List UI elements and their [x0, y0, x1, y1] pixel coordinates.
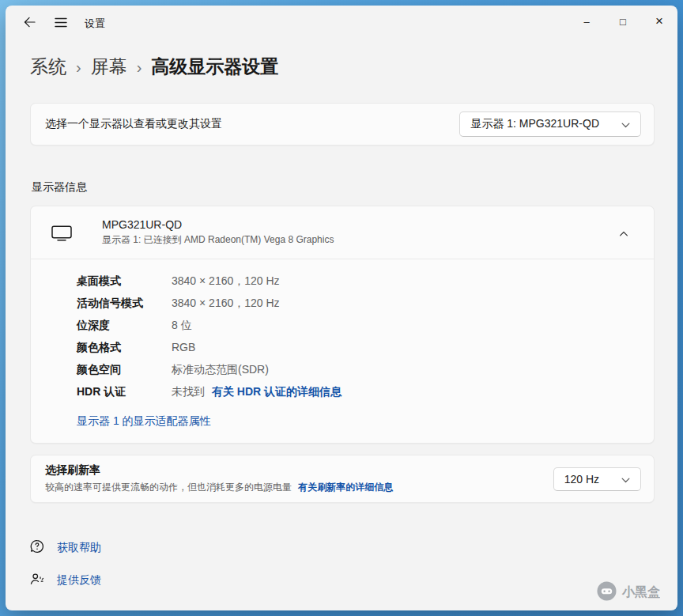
detail-value: 标准动态范围(SDR) [172, 363, 654, 377]
breadcrumb-system[interactable]: 系统 [30, 55, 66, 79]
gamepad-logo-icon [597, 581, 617, 604]
monitor-name: MPG321UR-QD [102, 218, 334, 231]
display-info-card: MPG321UR-QD 显示器 1: 已连接到 AMD Radeon(TM) V… [30, 206, 655, 444]
detail-row-color-space: 颜色空间 标准动态范围(SDR) [77, 359, 654, 381]
get-help-item[interactable]: 获取帮助 [30, 539, 101, 557]
detail-row-bit-depth: 位深度 8 位 [77, 315, 654, 337]
collapse-button[interactable] [609, 221, 638, 244]
get-help-link[interactable]: 获取帮助 [57, 541, 101, 555]
detail-label: 位深度 [77, 319, 172, 333]
refresh-rate-card: 选择刷新率 较高的速率可提供更流畅的动作，但也消耗更多的电源电量 有关刷新率的详… [30, 455, 655, 503]
detail-row-hdr: HDR 认证 未找到 有关 HDR 认证的详细信息 [77, 381, 654, 403]
monitor-select-card: 选择一个显示器以查看或更改其设置 显示器 1: MPG321UR-QD [30, 103, 655, 145]
close-button[interactable]: × [641, 6, 677, 37]
chevron-down-icon [621, 118, 630, 130]
feedback-link[interactable]: 提供反馈 [57, 573, 101, 588]
breadcrumb: 系统 › 屏幕 › 高级显示器设置 [30, 55, 655, 79]
refresh-rate-text: 选择刷新率 较高的速率可提供更流畅的动作，但也消耗更多的电源电量 有关刷新率的详… [45, 463, 393, 494]
display-info-header[interactable]: MPG321UR-QD 显示器 1: 已连接到 AMD Radeon(TM) V… [31, 206, 654, 259]
detail-label: 活动信号模式 [77, 297, 172, 311]
titlebar: 设置 – □ × [6, 6, 677, 42]
chevron-up-icon [619, 225, 628, 240]
refresh-rate-title: 选择刷新率 [45, 463, 393, 478]
display-info-section-title: 显示器信息 [32, 180, 655, 195]
hdr-status-text: 未找到 [172, 385, 205, 398]
settings-window: 设置 – □ × 系统 › 屏幕 › 高级显示器设置 选择一个显示器以查看或更改… [6, 6, 677, 610]
monitor-select-dropdown[interactable]: 显示器 1: MPG321UR-QD [459, 111, 641, 137]
back-button[interactable] [13, 9, 45, 38]
content-area: 系统 › 屏幕 › 高级显示器设置 选择一个显示器以查看或更改其设置 显示器 1… [6, 42, 677, 610]
refresh-rate-description: 较高的速率可提供更流畅的动作，但也消耗更多的电源电量 有关刷新率的详细信息 [45, 481, 393, 494]
detail-row-desktop-mode: 桌面模式 3840 × 2160，120 Hz [77, 270, 654, 293]
refresh-rate-info-link[interactable]: 有关刷新率的详细信息 [298, 482, 393, 493]
feedback-item[interactable]: 提供反馈 [30, 572, 101, 589]
display-info-titles: MPG321UR-QD 显示器 1: 已连接到 AMD Radeon(TM) V… [102, 218, 334, 247]
maximize-button[interactable]: □ [605, 6, 641, 37]
breadcrumb-display[interactable]: 屏幕 [91, 55, 127, 79]
detail-value: 8 位 [172, 319, 654, 333]
back-arrow-icon [24, 17, 36, 31]
detail-value: 未找到 有关 HDR 认证的详细信息 [172, 385, 654, 399]
hamburger-icon [55, 17, 67, 31]
hdr-info-link[interactable]: 有关 HDR 认证的详细信息 [212, 385, 342, 398]
window-title: 设置 [85, 17, 105, 31]
detail-label: 颜色空间 [77, 363, 172, 377]
help-icon [30, 539, 44, 557]
refresh-rate-value: 120 Hz [564, 473, 599, 486]
feedback-icon [30, 572, 44, 589]
page-title: 高级显示器设置 [151, 55, 278, 79]
minimize-button[interactable]: – [568, 6, 605, 37]
detail-row-color-format: 颜色格式 RGB [77, 337, 654, 359]
display-details: 桌面模式 3840 × 2160，120 Hz 活动信号模式 3840 × 21… [31, 259, 654, 408]
detail-label: 颜色格式 [77, 341, 172, 355]
chevron-down-icon [621, 473, 630, 486]
display-adapter-link[interactable]: 显示器 1 的显示适配器属性 [77, 414, 211, 429]
detail-value: 3840 × 2160，120 Hz [172, 274, 654, 289]
breadcrumb-separator: › [137, 59, 142, 77]
watermark: 小黑盒 [597, 581, 660, 604]
footer-links: 获取帮助 提供反馈 [30, 539, 655, 589]
detail-row-signal-mode: 活动信号模式 3840 × 2160，120 Hz [77, 293, 654, 315]
detail-label: HDR 认证 [77, 385, 172, 399]
window-controls: – □ × [568, 6, 677, 39]
nav-menu-button[interactable] [45, 9, 77, 38]
refresh-rate-dropdown[interactable]: 120 Hz [553, 467, 641, 491]
monitor-icon [50, 225, 74, 241]
monitor-select-label: 选择一个显示器以查看或更改其设置 [45, 117, 222, 131]
detail-value: 3840 × 2160，120 Hz [172, 297, 654, 311]
monitor-connection: 显示器 1: 已连接到 AMD Radeon(TM) Vega 8 Graphi… [102, 233, 334, 247]
watermark-text: 小黑盒 [622, 584, 660, 601]
breadcrumb-separator: › [76, 59, 81, 77]
refresh-rate-description-text: 较高的速率可提供更流畅的动作，但也消耗更多的电源电量 [45, 482, 292, 493]
detail-value: RGB [172, 341, 654, 353]
detail-label: 桌面模式 [77, 274, 172, 289]
monitor-select-value: 显示器 1: MPG321UR-QD [470, 117, 599, 131]
